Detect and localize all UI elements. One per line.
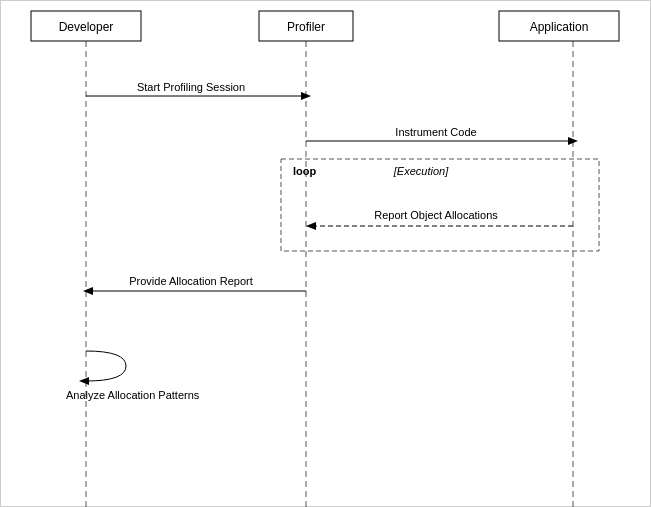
msg4-label: Provide Allocation Report bbox=[129, 275, 253, 287]
developer-label: Developer bbox=[59, 20, 114, 34]
msg2-label: Instrument Code bbox=[395, 126, 476, 138]
svg-marker-15 bbox=[79, 377, 89, 385]
profiler-label: Profiler bbox=[287, 20, 325, 34]
application-label: Application bbox=[530, 20, 589, 34]
diagram-container: Developer Profiler Application Start Pro… bbox=[0, 0, 651, 507]
sequence-diagram-svg: Developer Profiler Application Start Pro… bbox=[1, 1, 651, 507]
msg5-label: Analyze Allocation Patterns bbox=[66, 389, 200, 401]
svg-marker-14 bbox=[83, 287, 93, 295]
svg-marker-12 bbox=[306, 222, 316, 230]
msg1-label: Start Profiling Session bbox=[137, 81, 245, 93]
loop-condition: [Execution] bbox=[393, 165, 449, 177]
msg3-label: Report Object Allocations bbox=[374, 209, 498, 221]
loop-tag: loop bbox=[293, 165, 316, 177]
